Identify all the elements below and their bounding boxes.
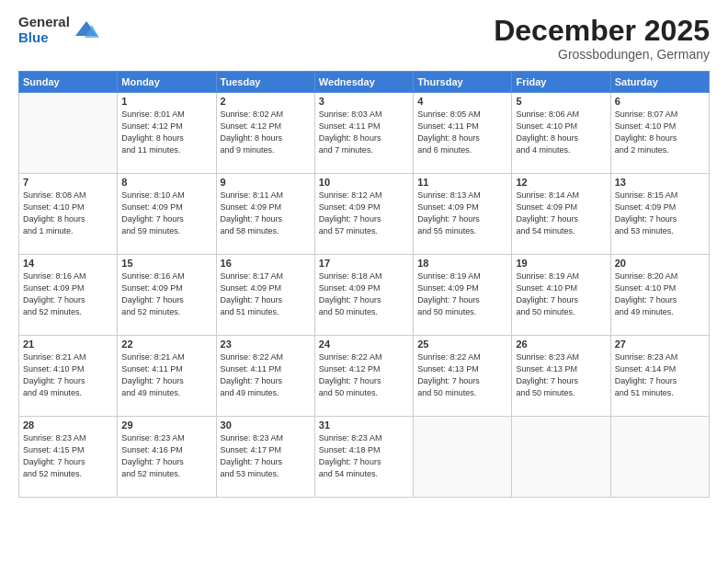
calendar-cell: [512, 417, 610, 498]
calendar-cell: 15Sunrise: 8:16 AM Sunset: 4:09 PM Dayli…: [118, 255, 216, 336]
calendar-cell: 22Sunrise: 8:21 AM Sunset: 4:11 PM Dayli…: [118, 336, 216, 417]
day-info: Sunrise: 8:13 AM Sunset: 4:09 PM Dayligh…: [417, 190, 507, 237]
calendar-week-4: 21Sunrise: 8:21 AM Sunset: 4:10 PM Dayli…: [19, 336, 710, 417]
day-number: 14: [23, 258, 113, 269]
day-number: 11: [417, 177, 507, 188]
calendar-cell: 4Sunrise: 8:05 AM Sunset: 4:11 PM Daylig…: [414, 93, 512, 174]
calendar-cell: 30Sunrise: 8:23 AM Sunset: 4:17 PM Dayli…: [216, 417, 314, 498]
calendar-cell: 17Sunrise: 8:18 AM Sunset: 4:09 PM Dayli…: [314, 255, 413, 336]
day-number: 29: [121, 419, 211, 431]
day-number: 31: [319, 419, 409, 431]
day-info: Sunrise: 8:21 AM Sunset: 4:10 PM Dayligh…: [23, 351, 113, 399]
day-info: Sunrise: 8:16 AM Sunset: 4:09 PM Dayligh…: [121, 270, 211, 318]
day-info: Sunrise: 8:08 AM Sunset: 4:10 PM Dayligh…: [23, 190, 113, 237]
day-number: 9: [221, 177, 311, 188]
calendar-cell: 9Sunrise: 8:11 AM Sunset: 4:09 PM Daylig…: [216, 174, 314, 255]
calendar-cell: 26Sunrise: 8:23 AM Sunset: 4:13 PM Dayli…: [512, 336, 610, 417]
calendar-cell: 29Sunrise: 8:23 AM Sunset: 4:16 PM Dayli…: [118, 417, 216, 498]
day-info: Sunrise: 8:19 AM Sunset: 4:09 PM Dayligh…: [417, 270, 507, 318]
calendar-cell: 24Sunrise: 8:22 AM Sunset: 4:12 PM Dayli…: [314, 336, 413, 417]
calendar-cell: 27Sunrise: 8:23 AM Sunset: 4:14 PM Dayli…: [610, 336, 709, 417]
header-tuesday: Tuesday: [216, 72, 314, 93]
day-number: 26: [516, 339, 606, 350]
day-info: Sunrise: 8:14 AM Sunset: 4:09 PM Dayligh…: [516, 190, 606, 237]
day-number: 27: [615, 339, 705, 350]
day-number: 2: [221, 96, 311, 107]
calendar-week-2: 7Sunrise: 8:08 AM Sunset: 4:10 PM Daylig…: [19, 174, 710, 255]
day-info: Sunrise: 8:03 AM Sunset: 4:11 PM Dayligh…: [319, 109, 409, 156]
day-number: 22: [121, 339, 211, 350]
calendar-header: Sunday Monday Tuesday Wednesday Thursday…: [19, 72, 710, 93]
header-row: Sunday Monday Tuesday Wednesday Thursday…: [19, 72, 710, 93]
calendar-cell: 14Sunrise: 8:16 AM Sunset: 4:09 PM Dayli…: [19, 255, 118, 336]
calendar-week-1: 1Sunrise: 8:01 AM Sunset: 4:12 PM Daylig…: [19, 93, 710, 174]
calendar-cell: [414, 417, 512, 498]
day-info: Sunrise: 8:10 AM Sunset: 4:09 PM Dayligh…: [121, 190, 211, 237]
day-info: Sunrise: 8:18 AM Sunset: 4:09 PM Dayligh…: [319, 270, 409, 318]
month-title: December 2025: [494, 15, 710, 47]
calendar-cell: 23Sunrise: 8:22 AM Sunset: 4:11 PM Dayli…: [216, 336, 314, 417]
day-info: Sunrise: 8:22 AM Sunset: 4:12 PM Dayligh…: [319, 351, 409, 399]
day-info: Sunrise: 8:23 AM Sunset: 4:13 PM Dayligh…: [516, 351, 606, 399]
day-number: 5: [516, 96, 606, 107]
calendar-cell: 16Sunrise: 8:17 AM Sunset: 4:09 PM Dayli…: [216, 255, 314, 336]
header-saturday: Saturday: [610, 72, 709, 93]
calendar-week-3: 14Sunrise: 8:16 AM Sunset: 4:09 PM Dayli…: [19, 255, 710, 336]
day-info: Sunrise: 8:20 AM Sunset: 4:10 PM Dayligh…: [615, 270, 705, 318]
day-number: 21: [23, 339, 113, 350]
logo-icon: [74, 17, 99, 43]
calendar-body: 1Sunrise: 8:01 AM Sunset: 4:12 PM Daylig…: [19, 93, 710, 498]
calendar-cell: 5Sunrise: 8:06 AM Sunset: 4:10 PM Daylig…: [512, 93, 610, 174]
calendar-table: Sunday Monday Tuesday Wednesday Thursday…: [18, 71, 710, 498]
calendar-cell: 13Sunrise: 8:15 AM Sunset: 4:09 PM Dayli…: [610, 174, 709, 255]
day-info: Sunrise: 8:22 AM Sunset: 4:11 PM Dayligh…: [221, 351, 311, 399]
day-number: 13: [615, 177, 705, 188]
day-number: 19: [516, 258, 606, 269]
day-number: 16: [221, 258, 311, 269]
day-info: Sunrise: 8:11 AM Sunset: 4:09 PM Dayligh…: [221, 190, 311, 237]
day-info: Sunrise: 8:17 AM Sunset: 4:09 PM Dayligh…: [221, 270, 311, 318]
day-info: Sunrise: 8:23 AM Sunset: 4:17 PM Dayligh…: [221, 432, 311, 480]
day-number: 17: [319, 258, 409, 269]
header: General Blue December 2025 Grossbodungen…: [18, 15, 710, 62]
day-number: 24: [319, 339, 409, 350]
day-info: Sunrise: 8:22 AM Sunset: 4:13 PM Dayligh…: [417, 351, 507, 399]
logo-general: General: [18, 15, 70, 30]
calendar-cell: 18Sunrise: 8:19 AM Sunset: 4:09 PM Dayli…: [414, 255, 512, 336]
day-info: Sunrise: 8:07 AM Sunset: 4:10 PM Dayligh…: [615, 109, 705, 156]
header-monday: Monday: [118, 72, 216, 93]
day-number: 18: [417, 258, 507, 269]
calendar-cell: 10Sunrise: 8:12 AM Sunset: 4:09 PM Dayli…: [314, 174, 413, 255]
calendar-cell: 28Sunrise: 8:23 AM Sunset: 4:15 PM Dayli…: [19, 417, 118, 498]
calendar-cell: 6Sunrise: 8:07 AM Sunset: 4:10 PM Daylig…: [610, 93, 709, 174]
day-number: 6: [615, 96, 705, 107]
day-number: 25: [417, 339, 507, 350]
calendar-cell: 31Sunrise: 8:23 AM Sunset: 4:18 PM Dayli…: [314, 417, 413, 498]
header-sunday: Sunday: [19, 72, 118, 93]
day-info: Sunrise: 8:15 AM Sunset: 4:09 PM Dayligh…: [615, 190, 705, 237]
header-wednesday: Wednesday: [314, 72, 413, 93]
day-info: Sunrise: 8:23 AM Sunset: 4:14 PM Dayligh…: [615, 351, 705, 399]
header-thursday: Thursday: [414, 72, 512, 93]
page: General Blue December 2025 Grossbodungen…: [0, 0, 728, 563]
day-info: Sunrise: 8:12 AM Sunset: 4:09 PM Dayligh…: [319, 190, 409, 237]
location: Grossbodungen, Germany: [494, 47, 710, 62]
day-number: 4: [417, 96, 507, 107]
day-info: Sunrise: 8:16 AM Sunset: 4:09 PM Dayligh…: [23, 270, 113, 318]
title-block: December 2025 Grossbodungen, Germany: [494, 15, 710, 62]
day-info: Sunrise: 8:05 AM Sunset: 4:11 PM Dayligh…: [417, 109, 507, 156]
logo-blue: Blue: [18, 30, 70, 46]
day-number: 12: [516, 177, 606, 188]
day-info: Sunrise: 8:06 AM Sunset: 4:10 PM Dayligh…: [516, 109, 606, 156]
day-info: Sunrise: 8:21 AM Sunset: 4:11 PM Dayligh…: [121, 351, 211, 399]
calendar-cell: [19, 93, 118, 174]
calendar-cell: 12Sunrise: 8:14 AM Sunset: 4:09 PM Dayli…: [512, 174, 610, 255]
calendar-cell: 7Sunrise: 8:08 AM Sunset: 4:10 PM Daylig…: [19, 174, 118, 255]
day-info: Sunrise: 8:02 AM Sunset: 4:12 PM Dayligh…: [221, 109, 311, 156]
calendar-cell: 1Sunrise: 8:01 AM Sunset: 4:12 PM Daylig…: [118, 93, 216, 174]
day-info: Sunrise: 8:01 AM Sunset: 4:12 PM Dayligh…: [121, 109, 211, 156]
day-number: 1: [121, 96, 211, 107]
day-number: 10: [319, 177, 409, 188]
day-number: 30: [221, 419, 311, 431]
day-number: 8: [121, 177, 211, 188]
